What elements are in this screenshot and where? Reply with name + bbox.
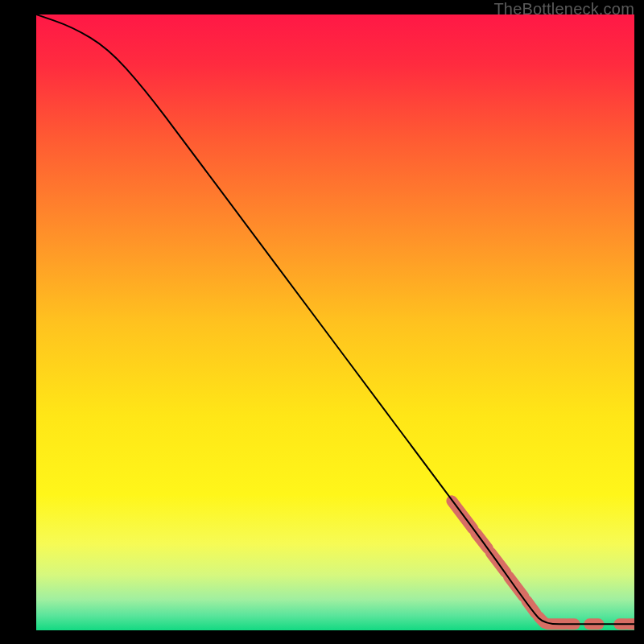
gradient-background xyxy=(36,14,634,630)
chart-frame: TheBottleneck.com xyxy=(0,0,644,644)
plot-svg xyxy=(36,14,634,630)
highlight-segment xyxy=(526,601,535,613)
plot-area xyxy=(36,14,634,630)
